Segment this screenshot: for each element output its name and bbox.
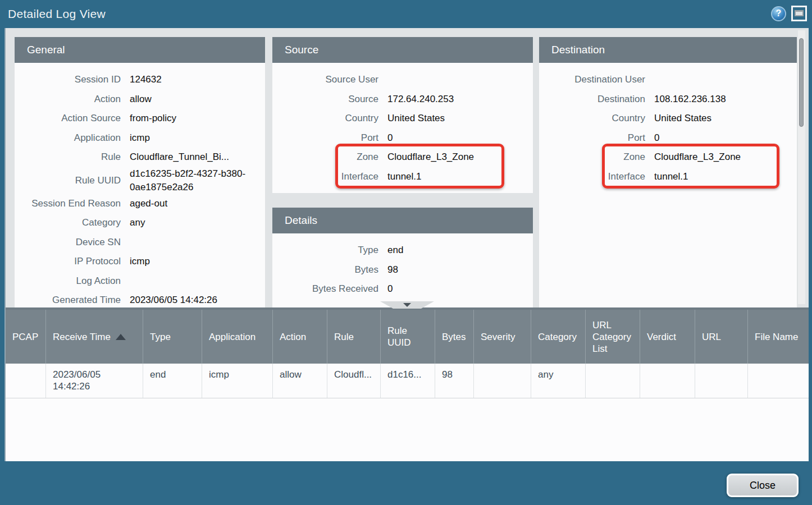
help-icon[interactable]: ? (771, 6, 786, 21)
source-panel-body: Source UserSource172.64.240.253CountryUn… (272, 63, 533, 186)
field-row-port: Port0 (539, 128, 797, 148)
table-cell-url (695, 364, 748, 398)
column-header-label: Action (280, 331, 306, 343)
field-value: 98 (387, 263, 533, 277)
table-cell-severity (474, 364, 531, 398)
table-cell-pcap (6, 364, 46, 398)
field-row-interface: Interfacetunnel.1 (272, 167, 533, 187)
field-value: United States (654, 112, 797, 125)
field-label: Port (272, 132, 387, 144)
field-value: aged-out (130, 197, 265, 210)
general-panel-body: Session ID124632ActionallowAction Source… (15, 63, 265, 307)
field-label: Rule (15, 152, 130, 163)
field-label: Bytes (272, 264, 387, 276)
field-row-zone: ZoneCloudflare_L3_Zone (539, 148, 797, 167)
field-value: icmp (130, 255, 265, 268)
field-value: icmp (130, 131, 265, 145)
field-row-action: Actionallow (15, 90, 265, 109)
column-header-label: Severity (481, 331, 515, 343)
field-row-rule-uuid: Rule UUIDd1c16235-b2f2-4327-b380-0ae1875… (15, 167, 265, 194)
column-header-type[interactable]: Type (143, 310, 202, 364)
table-cell-rule: Cloudfl... (327, 364, 381, 398)
column-header-rule-uuid[interactable]: Rule UUID (381, 310, 435, 364)
field-value: 124632 (130, 73, 265, 86)
column-header-pcap[interactable]: PCAP (6, 310, 46, 364)
log-row[interactable]: 2023/06/05 14:42:26endicmpallowCloudfl..… (6, 364, 809, 398)
close-button[interactable]: Close (727, 474, 799, 497)
table-cell-application: icmp (202, 364, 273, 398)
field-row-application: Applicationicmp (15, 128, 265, 148)
field-row-zone: ZoneCloudflare_L3_Zone (272, 148, 533, 167)
scrollbar-thumb[interactable] (799, 38, 804, 127)
detailed-log-view-dialog: { "colors": { "titlebar_teal": "#2f6a89"… (0, 0, 812, 505)
column-header-label: URL Category List (592, 319, 635, 355)
column-header-label: Rule (334, 331, 354, 343)
collapse-arrow-icon (403, 303, 411, 307)
field-row-log-action: Log Action (15, 272, 265, 291)
field-value: Cloudflare_Tunnel_Bi... (130, 150, 265, 164)
column-header-label: PCAP (12, 331, 38, 343)
field-row-type: Typeend (272, 241, 533, 260)
field-row-bytes-received: Bytes Received0 (272, 279, 533, 299)
details-panel-body: TypeendBytes98Bytes Received0 (272, 233, 533, 299)
column-header-severity[interactable]: Severity (474, 310, 531, 364)
details-panel-title: Details (272, 208, 533, 233)
general-panel-title: General (15, 37, 265, 63)
column-header-action[interactable]: Action (273, 310, 327, 364)
field-value: d1c16235-b2f2-4327-b380-0ae1875e2a26 (130, 167, 265, 194)
log-table-section: PCAPReceive TimeTypeApplicationActionRul… (4, 307, 809, 461)
table-cell-url-category-list (586, 364, 640, 398)
column-header-url-category-list[interactable]: URL Category List (586, 310, 640, 364)
field-value: United States (387, 112, 533, 125)
field-label: Country (272, 113, 387, 124)
window-icon[interactable] (791, 6, 807, 21)
column-header-rule[interactable]: Rule (327, 310, 381, 364)
field-row-category: Categoryany (15, 213, 265, 233)
field-value: 172.64.240.253 (387, 93, 533, 106)
field-row-bytes: Bytes98 (272, 260, 533, 280)
field-label: Generated Time (15, 295, 130, 306)
field-label: Action (15, 94, 130, 105)
field-value: 0 (387, 282, 533, 296)
field-row-generated-time: Generated Time2023/06/05 14:42:26 (15, 291, 265, 307)
column-header-label: Category (538, 331, 577, 343)
field-label: Zone (539, 152, 654, 163)
column-header-label: Application (209, 331, 256, 343)
field-row-session-end-reason: Session End Reasonaged-out (15, 194, 265, 214)
column-header-category[interactable]: Category (531, 310, 586, 364)
detail-section: General Session ID124632ActionallowActio… (4, 28, 809, 307)
field-row-country: CountryUnited States (272, 109, 533, 128)
column-header-application[interactable]: Application (202, 310, 273, 364)
table-cell-type: end (143, 364, 202, 398)
field-label: Destination User (539, 74, 654, 85)
field-row-destination-user: Destination User (539, 70, 797, 90)
log-table-body: 2023/06/05 14:42:26endicmpallowCloudfl..… (6, 364, 809, 398)
column-header-bytes[interactable]: Bytes (435, 310, 474, 364)
table-cell-receive-time: 2023/06/05 14:42:26 (46, 364, 143, 398)
column-header-verdict[interactable]: Verdict (640, 310, 695, 364)
field-value: allow (130, 93, 265, 106)
field-row-port: Port0 (272, 128, 533, 148)
column-header-label: Verdict (647, 331, 676, 343)
field-row-interface: Interfacetunnel.1 (539, 167, 797, 187)
window-icon-inner (795, 10, 804, 16)
column-header-file-name[interactable]: File Name (748, 310, 809, 364)
field-value: tunnel.1 (654, 170, 797, 183)
field-label: Application (15, 132, 130, 144)
field-row-ip-protocol: IP Protocolicmp (15, 252, 265, 272)
field-row-device-sn: Device SN (15, 233, 265, 252)
field-row-source: Source172.64.240.253 (272, 90, 533, 109)
field-value: 0 (654, 131, 797, 145)
field-value: Cloudflare_L3_Zone (654, 150, 797, 164)
column-header-label: Receive Time (53, 331, 111, 343)
field-label: Rule UUID (15, 175, 130, 186)
dialog-title: Detailed Log View (8, 7, 106, 21)
titlebar-icons: ? (771, 6, 807, 21)
details-panel: Details TypeendBytes98Bytes Received0 (272, 208, 533, 307)
field-row-country: CountryUnited States (539, 109, 797, 128)
field-label: Interface (539, 171, 654, 182)
column-header-url[interactable]: URL (695, 310, 748, 364)
column-header-receive-time[interactable]: Receive Time (46, 310, 143, 364)
vertical-scrollbar (798, 30, 805, 304)
field-label: Source User (272, 74, 387, 85)
